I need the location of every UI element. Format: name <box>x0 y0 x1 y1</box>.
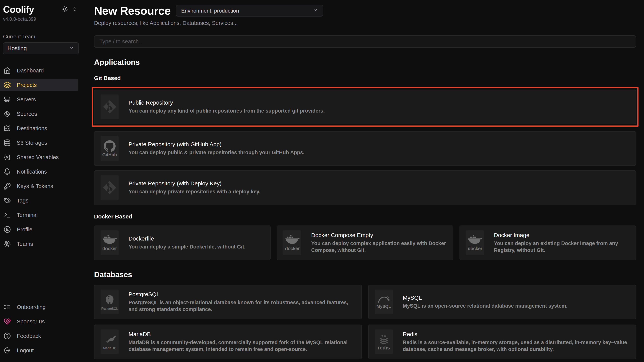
sidebar-header: Coolify <box>0 4 82 14</box>
card-description: You can deploy an existing Docker Image … <box>494 240 631 254</box>
sidebar-item-dashboard[interactable]: Dashboard <box>0 64 78 77</box>
page-subtitle: Deploy resources, like Applications, Dat… <box>94 20 636 26</box>
sidebar-item-projects[interactable]: Projects <box>0 79 78 91</box>
card-description: MariaDB is a community-developed, commer… <box>128 339 357 353</box>
sidebar-item-sponsor-us[interactable]: Sponsor us <box>0 315 78 328</box>
sidebar-item-label: S3 Storages <box>17 140 47 146</box>
card-title: Docker Compose Empty <box>311 232 448 238</box>
mysql-logo-icon: MySQL <box>375 290 393 314</box>
sidebar-item-onboarding[interactable]: Onboarding <box>0 301 78 313</box>
postgresql-logo-icon: PostgreSQL <box>100 290 119 314</box>
sidebar-item-tags[interactable]: Tags <box>0 194 78 207</box>
list-checks-icon <box>4 303 11 311</box>
subsection-heading-docker-based: Docker Based <box>94 213 636 220</box>
sidebar-item-label: Terminal <box>17 212 38 218</box>
card-title: PostgreSQL <box>128 291 357 298</box>
sidebar-item-label: Sources <box>17 111 37 117</box>
sidebar-item-sources[interactable]: Sources <box>0 108 78 120</box>
sidebar-item-label: Shared Variables <box>17 154 59 161</box>
redis-wordmark: redis <box>378 345 390 351</box>
chevron-down-icon <box>69 45 74 52</box>
app-logo: Coolify <box>3 4 34 14</box>
main-content: New Resource Environment: production Dep… <box>82 0 644 362</box>
sidebar-item-terminal[interactable]: Terminal <box>0 209 78 221</box>
card-mysql[interactable]: MySQL MySQL MySQL is an open-source rela… <box>368 285 636 319</box>
docker-wordmark: docker <box>102 246 117 251</box>
sidebar: Coolify v4.0.0-beta.399 Current Team Hos… <box>0 0 82 362</box>
sidebar-collapse-button[interactable] <box>72 6 77 12</box>
terminal-icon <box>4 211 11 219</box>
database-icon <box>4 139 11 147</box>
sidebar-item-label: Destinations <box>17 125 47 132</box>
sidebar-item-notifications[interactable]: Notifications <box>0 166 78 178</box>
sun-icon <box>61 6 68 13</box>
card-description: MySQL is an open-source relational datab… <box>403 303 568 310</box>
theme-toggle-button[interactable] <box>61 6 68 13</box>
card-private-repository-deploy-key[interactable]: Private Repository (with Deploy Key) You… <box>94 170 636 205</box>
sidebar-item-label: Logout <box>17 347 34 354</box>
card-dockerfile[interactable]: docker Dockerfile You can deploy a simpl… <box>94 225 270 260</box>
sidebar-item-logout[interactable]: Logout <box>0 344 78 357</box>
chevron-down-icon <box>313 7 318 14</box>
sidebar-footer-nav: Onboarding Sponsor us Feedback Logout <box>0 301 82 359</box>
braces-x-icon <box>4 154 11 161</box>
search-input[interactable] <box>94 35 636 48</box>
team-select[interactable]: Hosting <box>3 42 79 54</box>
user-circle-icon <box>4 226 11 233</box>
card-redis[interactable]: redis Redis Redis is a source-available,… <box>368 325 636 359</box>
current-team-label: Current Team <box>3 34 82 40</box>
bell-icon <box>4 168 11 176</box>
sidebar-item-s3-storages[interactable]: S3 Storages <box>0 137 78 149</box>
sidebar-item-shared-variables[interactable]: Shared Variables <box>0 151 78 163</box>
redis-logo-icon: redis <box>375 330 393 354</box>
card-description: You can deploy complex application easil… <box>311 240 448 254</box>
sidebar-item-servers[interactable]: Servers <box>0 93 78 106</box>
card-private-repository-github-app[interactable]: GitHub Private Repository (with GitHub A… <box>94 131 636 166</box>
coolify-app: Coolify v4.0.0-beta.399 Current Team Hos… <box>0 0 644 362</box>
docker-wordmark: docker <box>468 246 482 251</box>
layers-icon <box>4 81 11 89</box>
card-postgresql[interactable]: PostgreSQL PostgreSQL PostgreSQL is an o… <box>94 285 362 319</box>
key-icon <box>4 182 11 190</box>
card-description: You can deploy public & private reposito… <box>128 149 304 156</box>
sidebar-item-feedback[interactable]: Feedback <box>0 330 78 342</box>
card-title: MariaDB <box>128 331 357 338</box>
card-docker-compose-empty[interactable]: docker Docker Compose Empty You can depl… <box>277 225 453 260</box>
section-heading-applications: Applications <box>94 58 636 67</box>
card-title: Docker Image <box>494 232 631 238</box>
card-public-repository[interactable]: Public Repository You can deploy any kin… <box>94 90 636 124</box>
docker-based-cards: docker Dockerfile You can deploy a simpl… <box>94 225 636 260</box>
subsection-heading-git-based: Git Based <box>94 75 636 81</box>
users-icon <box>4 240 11 248</box>
card-mariadb[interactable]: MariaDB MariaDB MariaDB is a community-d… <box>94 325 362 359</box>
sidebar-item-label: Onboarding <box>17 304 46 310</box>
sidebar-item-label: Teams <box>17 241 33 247</box>
sidebar-nav: Dashboard Projects Servers Sources Desti… <box>0 64 82 252</box>
sidebar-item-label: Sponsor us <box>17 319 45 325</box>
sidebar-item-destinations[interactable]: Destinations <box>0 122 78 134</box>
git-logo-icon <box>100 94 119 119</box>
card-docker-image[interactable]: docker Docker Image You can deploy an ex… <box>460 225 636 260</box>
github-logo-icon: GitHub <box>100 136 119 161</box>
docker-logo-icon: docker <box>100 230 119 255</box>
sidebar-item-label: Projects <box>17 82 37 88</box>
sidebar-item-keys-tokens[interactable]: Keys & Tokens <box>0 180 78 192</box>
team-select-value: Hosting <box>8 45 27 51</box>
chevrons-up-down-icon <box>72 6 77 12</box>
sidebar-item-profile[interactable]: Profile <box>0 223 78 236</box>
card-title: Dockerfile <box>128 235 246 242</box>
card-title: MySQL <box>403 295 568 301</box>
logout-icon <box>4 347 11 354</box>
app-version: v4.0.0-beta.399 <box>3 16 82 22</box>
card-title: Private Repository (with GitHub App) <box>128 141 304 148</box>
environment-select[interactable]: Environment: production <box>176 5 323 16</box>
postgresql-wordmark: PostgreSQL <box>101 307 118 310</box>
heart-handshake-icon <box>4 318 11 325</box>
git-based-cards: Public Repository You can deploy any kin… <box>94 87 636 205</box>
git-branch-diamond-icon <box>4 110 11 118</box>
sidebar-item-label: Tags <box>17 197 28 204</box>
docker-logo-icon: docker <box>283 230 301 255</box>
annotation-highlight-box: Public Repository You can deploy any kin… <box>92 87 638 127</box>
card-description: You can deploy a simple Dockerfile, with… <box>128 244 246 250</box>
sidebar-item-teams[interactable]: Teams <box>0 238 78 250</box>
